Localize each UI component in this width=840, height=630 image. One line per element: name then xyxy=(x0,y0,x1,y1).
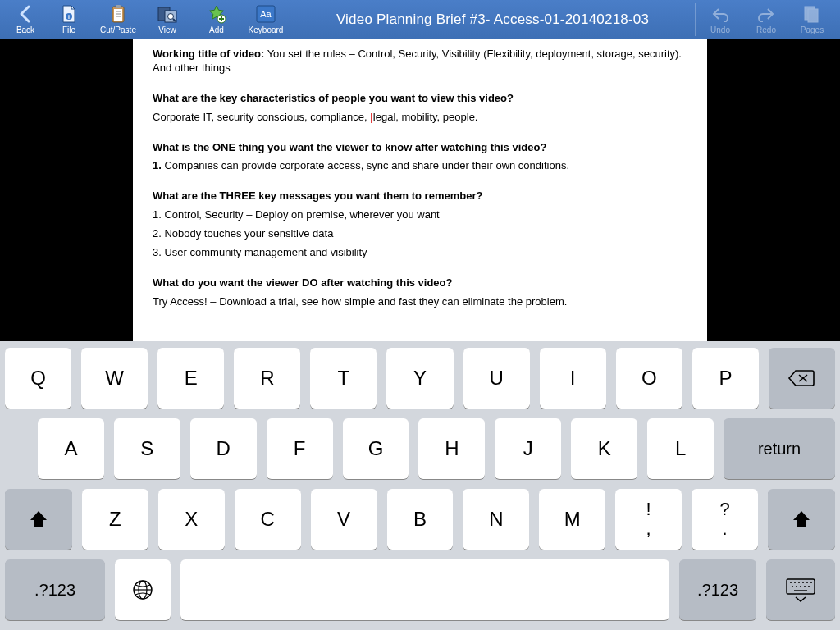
q2-answer: Corporate IT, security conscious, compli… xyxy=(153,111,687,125)
key-s[interactable]: S xyxy=(114,418,180,479)
svg-point-10 xyxy=(168,14,174,20)
svg-text:Aa: Aa xyxy=(260,9,272,19)
key-q[interactable]: Q xyxy=(5,348,71,409)
q2-heading: What are the key characteristics of peop… xyxy=(153,92,687,106)
q4-item-2: 2. Nobody touches your sensitive data xyxy=(153,227,687,241)
key-y[interactable]: Y xyxy=(386,348,453,409)
backspace-icon xyxy=(788,368,815,388)
back-button[interactable]: Back xyxy=(7,0,44,39)
key-globe[interactable] xyxy=(115,559,171,620)
clipboard-icon xyxy=(109,3,127,25)
undo-label: Undo xyxy=(710,25,730,35)
document-stage: Working title of video: You set the rule… xyxy=(0,39,840,341)
key-f[interactable]: F xyxy=(267,418,333,479)
key-r[interactable]: R xyxy=(234,348,300,409)
key-numsym-right[interactable]: .?123 xyxy=(679,559,756,620)
key-h[interactable]: H xyxy=(418,418,485,479)
key-question-period[interactable]: ? . xyxy=(692,489,758,550)
q1-line: Working title of video: You set the rule… xyxy=(153,48,687,75)
shift-icon xyxy=(791,509,812,530)
key-exclam-comma[interactable]: ! , xyxy=(615,489,682,550)
key-space[interactable] xyxy=(180,559,669,620)
toolbar: Back i File Cut/Paste View Add xyxy=(0,0,840,39)
back-label: Back xyxy=(16,25,34,35)
key-w[interactable]: W xyxy=(81,348,148,409)
add-label: Add xyxy=(209,25,224,35)
q3-answer: 1. Companies can provide corporate acces… xyxy=(153,159,687,173)
key-x[interactable]: X xyxy=(158,489,225,550)
key-numsym-left[interactable]: .?123 xyxy=(5,559,105,620)
key-z[interactable]: Z xyxy=(82,489,148,550)
keyboard-row-4: .?123 .?123 xyxy=(5,559,835,620)
key-p[interactable]: P xyxy=(692,348,759,409)
toolbar-right-group: Undo Redo Pages xyxy=(688,0,840,39)
q4-heading: What are the THREE key messages you want… xyxy=(153,189,687,203)
keyboard-row-3: Z X C V B N M ! , ? . xyxy=(5,489,835,550)
key-t[interactable]: T xyxy=(310,348,377,409)
keyboard-label: Keyboard xyxy=(249,25,284,35)
key-v[interactable]: V xyxy=(311,489,377,550)
toolbar-left-group: Back i File Cut/Paste View Add xyxy=(0,0,297,39)
key-j[interactable]: J xyxy=(495,418,561,479)
key-i[interactable]: I xyxy=(540,348,606,409)
svg-text:i: i xyxy=(68,14,70,20)
key-d[interactable]: D xyxy=(190,418,257,479)
q1-label: Working title of video: xyxy=(153,48,264,60)
key-comma: , xyxy=(646,520,651,538)
key-e[interactable]: E xyxy=(158,348,224,409)
key-question: ? xyxy=(719,500,729,518)
redo-icon xyxy=(756,3,776,25)
file-label: File xyxy=(62,25,75,35)
key-backspace[interactable] xyxy=(769,348,835,409)
pages-label: Pages xyxy=(801,25,824,35)
key-n[interactable]: N xyxy=(463,489,529,550)
document-page[interactable]: Working title of video: You set the rule… xyxy=(133,39,707,341)
q3-heading: What is the ONE thing you want the viewe… xyxy=(153,141,687,155)
q3-text: Companies can provide corporate access, … xyxy=(162,159,569,171)
svg-rect-3 xyxy=(116,5,121,8)
q5-heading: What do you want the viewer DO after wat… xyxy=(153,276,687,290)
redo-button[interactable]: Redo xyxy=(743,0,789,39)
keyboard-button[interactable]: Aa Keyboard xyxy=(241,0,290,39)
key-a[interactable]: A xyxy=(38,418,104,479)
redo-label: Redo xyxy=(756,25,776,35)
cutpaste-button[interactable]: Cut/Paste xyxy=(94,0,143,39)
toolbar-separator xyxy=(695,3,696,36)
view-button[interactable]: View xyxy=(143,0,192,39)
onscreen-keyboard: Q W E R T Y U I O P A S D F G H J K L re… xyxy=(0,341,840,630)
key-u[interactable]: U xyxy=(463,348,530,409)
key-return[interactable]: return xyxy=(724,418,835,479)
cutpaste-label: Cut/Paste xyxy=(100,25,136,35)
key-exclam: ! xyxy=(646,500,651,518)
add-icon xyxy=(207,3,226,25)
add-button[interactable]: Add xyxy=(192,0,241,39)
key-g[interactable]: G xyxy=(343,418,409,479)
undo-icon xyxy=(710,3,730,25)
q4-item-1: 1. Control, Security – Deploy on premise… xyxy=(153,208,687,222)
key-o[interactable]: O xyxy=(616,348,682,409)
key-k[interactable]: K xyxy=(571,418,637,479)
pages-icon xyxy=(802,3,822,25)
view-label: View xyxy=(158,25,176,35)
key-c[interactable]: C xyxy=(235,489,301,550)
keyboard-row-1: Q W E R T Y U I O P xyxy=(5,348,835,409)
key-m[interactable]: M xyxy=(539,489,605,550)
keyboard-aa-icon: Aa xyxy=(256,3,276,25)
key-shift-left[interactable] xyxy=(5,489,72,550)
file-button[interactable]: i File xyxy=(44,0,94,39)
svg-rect-18 xyxy=(808,9,818,22)
key-period: . xyxy=(723,520,728,538)
undo-button[interactable]: Undo xyxy=(697,0,743,39)
key-l[interactable]: L xyxy=(647,418,714,479)
q5-answer: Try Access! – Download a trial, see how … xyxy=(153,295,687,309)
q2-answer-b: legal, mobility, people. xyxy=(373,111,478,123)
q2-answer-a: Corporate IT, security conscious, compli… xyxy=(153,111,370,123)
key-hide-keyboard[interactable] xyxy=(766,559,835,620)
key-shift-right[interactable] xyxy=(768,489,835,550)
hide-keyboard-icon xyxy=(784,578,817,602)
pages-button[interactable]: Pages xyxy=(789,0,835,39)
svg-rect-4 xyxy=(114,9,122,21)
back-icon xyxy=(18,3,33,25)
file-icon: i xyxy=(60,3,78,25)
key-b[interactable]: B xyxy=(387,489,454,550)
